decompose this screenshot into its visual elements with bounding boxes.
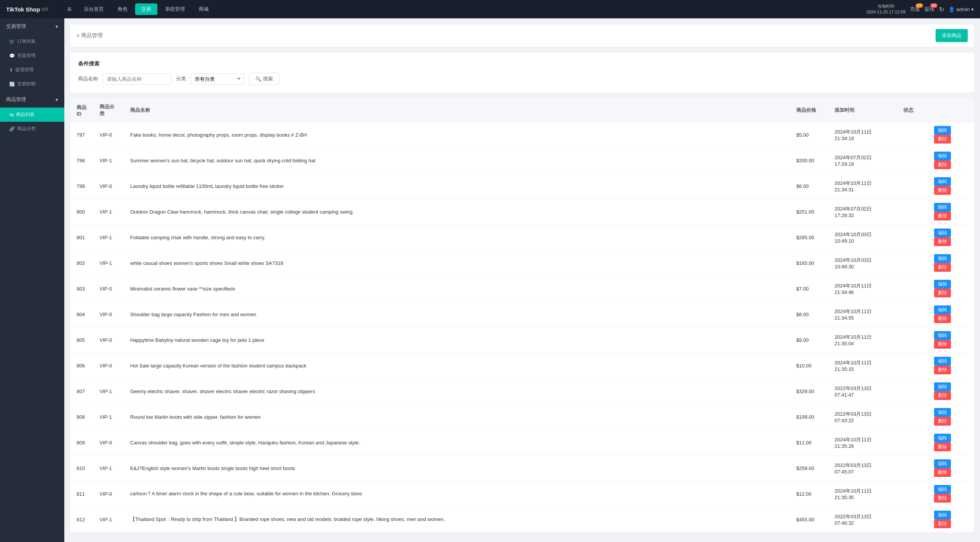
delete-button[interactable]: 删除 bbox=[934, 212, 951, 220]
arrow-up-icon: ⬆ bbox=[9, 67, 13, 73]
delete-button[interactable]: 删除 bbox=[934, 160, 951, 169]
cell-category: VIP-1 bbox=[93, 455, 124, 481]
sidebar-group-products-title[interactable]: 商品管理 ▾ bbox=[0, 91, 64, 108]
cell-name: Shoulder bag large capacity Fashion for … bbox=[124, 302, 790, 327]
refresh-icon[interactable]: ↻ bbox=[939, 6, 944, 13]
table-header-row: 商品ID 商品分类 商品名称 商品价格 添加时间 状态 bbox=[70, 99, 974, 122]
nav-item-transactions[interactable]: 交易 bbox=[135, 3, 157, 15]
edit-button[interactable]: 编辑 bbox=[934, 459, 951, 468]
delete-button[interactable]: 删除 bbox=[934, 442, 951, 451]
cell-name: K&J?English style women's Martin boots s… bbox=[124, 455, 790, 481]
admin-info[interactable]: 👤 admin ▾ bbox=[949, 7, 974, 12]
sidebar: 交易管理 ▾ 🛒 订单列表 💬 充值管理 ⬆ 提现管理 🔄 交易控制 商品 bbox=[0, 18, 64, 542]
product-table: 商品ID 商品分类 商品名称 商品价格 添加时间 状态 797 VIP-0 Fa… bbox=[70, 99, 974, 532]
nav-item-store[interactable]: 商城 bbox=[193, 3, 215, 15]
sidebar-group-transactions-title[interactable]: 交易管理 ▾ bbox=[0, 18, 64, 34]
search-panel-title: 条件搜索 bbox=[78, 60, 966, 67]
delete-button[interactable]: 删除 bbox=[934, 186, 951, 195]
table-row: 805 VIP-0 Happytime Babytoy natural wood… bbox=[70, 327, 974, 353]
edit-button[interactable]: 编辑 bbox=[934, 177, 951, 186]
add-product-button[interactable]: 添加商品 bbox=[936, 29, 968, 42]
cell-price: $329.00 bbox=[790, 379, 828, 404]
sidebar-item-product-category[interactable]: 🔗 商品分类 bbox=[0, 122, 64, 136]
cell-price: $199.00 bbox=[790, 404, 828, 430]
nav-item-dashboard[interactable]: 后台首页 bbox=[78, 3, 110, 15]
cell-category: VIP-1 bbox=[93, 507, 124, 532]
edit-button[interactable]: 编辑 bbox=[934, 280, 951, 289]
charge-button[interactable]: 充值 17 bbox=[910, 6, 920, 13]
refresh-circle-icon: 🔄 bbox=[9, 82, 15, 87]
edit-button[interactable]: 编辑 bbox=[934, 331, 951, 340]
delete-button[interactable]: 删除 bbox=[934, 289, 951, 297]
delete-button[interactable]: 删除 bbox=[934, 135, 951, 144]
delete-button[interactable]: 删除 bbox=[934, 314, 951, 323]
edit-button[interactable]: 编辑 bbox=[934, 511, 951, 519]
table-row: 807 VIP-1 Geemy electric shaver, shaver,… bbox=[70, 379, 974, 404]
category-select[interactable]: 所有分类 bbox=[191, 73, 244, 85]
delete-button[interactable]: 删除 bbox=[934, 237, 951, 246]
cell-id: 799 bbox=[70, 173, 93, 199]
edit-button[interactable]: 编辑 bbox=[934, 203, 951, 212]
cell-price: $7.00 bbox=[790, 276, 828, 302]
product-name-input[interactable] bbox=[103, 73, 172, 85]
table-row: 810 VIP-1 K&J?English style women's Mart… bbox=[70, 455, 974, 481]
sidebar-item-recharge-management[interactable]: 💬 充值管理 bbox=[0, 49, 64, 63]
sidebar-item-product-list[interactable]: 🛍 商品列表 bbox=[0, 108, 64, 122]
nav-item-system[interactable]: 系统管理 bbox=[159, 3, 191, 15]
delete-button[interactable]: 删除 bbox=[934, 366, 951, 374]
breadcrumb-bar: » 商品管理 添加商品 bbox=[70, 24, 974, 47]
edit-button[interactable]: 编辑 bbox=[934, 408, 951, 417]
sidebar-item-transaction-control[interactable]: 🔄 交易控制 bbox=[0, 77, 64, 91]
chat-icon: 💬 bbox=[9, 53, 15, 59]
cell-status bbox=[897, 353, 928, 379]
sidebar-item-order-list[interactable]: 🛒 订单列表 bbox=[0, 34, 64, 49]
edit-button[interactable]: 编辑 bbox=[934, 152, 951, 160]
delete-button[interactable]: 删除 bbox=[934, 417, 951, 426]
edit-button[interactable]: 编辑 bbox=[934, 434, 951, 442]
withdraw-button[interactable]: 提现 65 bbox=[924, 6, 934, 13]
cell-actions: 编辑 删除 bbox=[928, 353, 974, 379]
cell-price: $455.00 bbox=[790, 507, 828, 532]
delete-button[interactable]: 删除 bbox=[934, 391, 951, 400]
edit-button[interactable]: 编辑 bbox=[934, 305, 951, 314]
cell-actions: 编辑 删除 bbox=[928, 199, 974, 225]
table-row: 801 VIP-1 Foldable camping chair with ha… bbox=[70, 225, 974, 250]
edit-button[interactable]: 编辑 bbox=[934, 254, 951, 263]
cell-category: VIP-0 bbox=[93, 353, 124, 379]
edit-button[interactable]: 编辑 bbox=[934, 357, 951, 366]
cell-actions: 编辑 删除 bbox=[928, 276, 974, 302]
cell-time: 2024年07月02日 17:29:19 bbox=[828, 148, 897, 173]
table-row: 798 VIP-1 Summer women's sun hat, bicycl… bbox=[70, 148, 974, 173]
delete-button[interactable]: 删除 bbox=[934, 494, 951, 503]
cell-price: $200.00 bbox=[790, 148, 828, 173]
nav-item-roles[interactable]: 角色 bbox=[111, 3, 134, 15]
table-row: 811 VIP-0 cartoon？A timer alarm clock in… bbox=[70, 481, 974, 507]
cell-name: white casual shoes women's sports shoes … bbox=[124, 250, 790, 276]
cell-name: Outdoor Dragon Claw hammock, hammock, th… bbox=[124, 199, 790, 225]
cell-status bbox=[897, 173, 928, 199]
delete-button[interactable]: 删除 bbox=[934, 340, 951, 349]
cell-price: $251.00 bbox=[790, 199, 828, 225]
cell-time: 2022年03月13日 07:41:47 bbox=[828, 379, 897, 404]
charge-badge: 17 bbox=[916, 3, 923, 8]
header-time: 添加时间 bbox=[828, 99, 897, 122]
menu-toggle-icon[interactable]: ≡ bbox=[67, 5, 72, 13]
sidebar-item-withdraw-management[interactable]: ⬆ 提现管理 bbox=[0, 63, 64, 77]
cell-price: $11.00 bbox=[790, 430, 828, 455]
cell-id: 804 bbox=[70, 302, 93, 327]
table-row: 804 VIP-0 Shoulder bag large capacity Fa… bbox=[70, 302, 974, 327]
delete-button[interactable]: 删除 bbox=[934, 468, 951, 477]
edit-button[interactable]: 编辑 bbox=[934, 229, 951, 237]
top-navigation: TikTok Shop V20 ≡ 后台首页 角色 交易 系统管理 商城 当地时… bbox=[0, 0, 980, 18]
delete-button[interactable]: 删除 bbox=[934, 263, 951, 272]
search-button[interactable]: 🔍 搜索 bbox=[249, 73, 279, 85]
cell-id: 806 bbox=[70, 353, 93, 379]
edit-button[interactable]: 编辑 bbox=[934, 485, 951, 494]
search-icon: 🔍 bbox=[255, 76, 261, 82]
edit-button[interactable]: 编辑 bbox=[934, 126, 951, 135]
delete-button[interactable]: 删除 bbox=[934, 519, 951, 528]
edit-button[interactable]: 编辑 bbox=[934, 382, 951, 391]
cell-time: 2024年10月03日 10:49:30 bbox=[828, 250, 897, 276]
cell-name: Hot Sale large capacity Korean version o… bbox=[124, 353, 790, 379]
category-label: 分类 bbox=[176, 75, 186, 82]
